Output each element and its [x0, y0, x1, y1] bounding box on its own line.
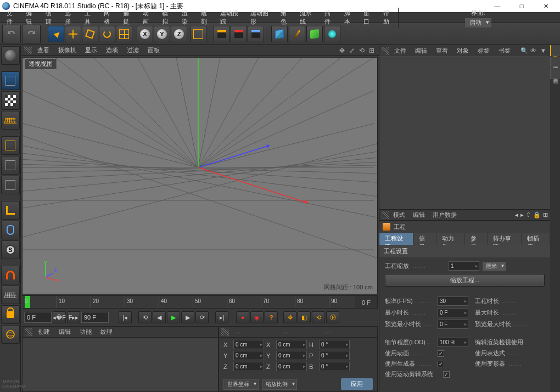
tab-project[interactable]: 工程设置: [379, 233, 413, 245]
next-key-button[interactable]: ⟳: [195, 311, 209, 323]
menu-mograph[interactable]: 运动图形: [246, 8, 276, 27]
menu-create[interactable]: 创建: [41, 8, 60, 27]
pos-y-field[interactable]: 0 cm: [233, 351, 264, 360]
attr-menu-userdata[interactable]: 用户数据: [429, 211, 461, 219]
menu-sculpt[interactable]: 雕刻: [197, 8, 216, 27]
lasttool-button[interactable]: [116, 26, 132, 42]
vp-nav2-icon[interactable]: ⤢: [348, 47, 356, 54]
pos-z-field[interactable]: 0 cm: [233, 362, 264, 371]
autokey-button[interactable]: ◉: [250, 311, 264, 323]
add-primitive-button[interactable]: [271, 26, 288, 42]
menu-track[interactable]: 运动跟踪: [216, 8, 246, 27]
obj-search-icon[interactable]: 🔍: [520, 47, 528, 55]
object-tree[interactable]: [379, 57, 550, 209]
menu-mesh[interactable]: 网格: [99, 8, 119, 27]
obj-menu-view[interactable]: 查看: [432, 47, 452, 55]
record-button[interactable]: ●: [236, 311, 249, 323]
axis-button[interactable]: [1, 201, 20, 220]
menu-snap[interactable]: 捕捉: [119, 8, 138, 27]
redo-button[interactable]: [22, 25, 41, 43]
viewport-solo-button[interactable]: S: [1, 240, 20, 259]
lod-field[interactable]: 100 %: [438, 338, 468, 347]
mintime-field[interactable]: 0 F: [438, 308, 468, 317]
menu-render[interactable]: 渲染: [177, 8, 197, 27]
undo-button[interactable]: [2, 25, 21, 43]
side-tab-object[interactable]: 对象: [550, 45, 560, 56]
range-prev-button[interactable]: ◂�F: [53, 311, 66, 323]
pos-x-field[interactable]: 0 cm: [233, 340, 264, 349]
drag-handle-icon[interactable]: [221, 328, 229, 336]
x-axis-lock[interactable]: X: [137, 26, 153, 42]
menu-plugins[interactable]: 插件: [320, 8, 339, 27]
timeline-ruler[interactable]: 0 10 20 30 40 50 60 70 80 90 0 F: [22, 295, 378, 309]
obj-eye-icon[interactable]: 👁: [530, 47, 538, 55]
obj-menu-tags[interactable]: 标签: [474, 47, 494, 55]
size-x-field[interactable]: 0 cm: [276, 340, 307, 349]
vp-menu-display[interactable]: 显示: [82, 46, 100, 54]
texture-mode-button[interactable]: [1, 91, 20, 110]
tab-todo[interactable]: 待办事项: [488, 233, 521, 245]
menu-animate[interactable]: 动画: [138, 8, 158, 27]
scale-project-button[interactable]: 缩放工程...: [385, 274, 545, 287]
key-param-button[interactable]: Ⓟ: [326, 311, 339, 323]
layout-dropdown[interactable]: 启动: [465, 18, 491, 27]
menu-edit[interactable]: 编辑: [21, 8, 41, 27]
rotate-tool[interactable]: [99, 26, 115, 42]
render-pv-button[interactable]: [231, 26, 247, 42]
mat-menu-func[interactable]: 功能: [76, 328, 95, 336]
menu-tools[interactable]: 工具: [80, 8, 99, 27]
tab-dynamics[interactable]: 动力学: [436, 233, 464, 245]
coord-mode-dropdown[interactable]: 缩放比例: [262, 379, 297, 390]
perspective-viewport[interactable]: 透视视图: [22, 57, 378, 294]
add-generator-button[interactable]: [306, 26, 323, 42]
vp-menu-view[interactable]: 查看: [34, 46, 53, 54]
vp-menu-options[interactable]: 选项: [103, 46, 121, 54]
rot-b-field[interactable]: 0 °: [319, 362, 350, 371]
add-spline-button[interactable]: [289, 26, 305, 42]
menu-select[interactable]: 选择: [60, 8, 80, 27]
add-deformer-button[interactable]: [324, 26, 340, 42]
next-frame-button[interactable]: ▶: [181, 311, 194, 323]
render-settings-button[interactable]: [248, 26, 264, 42]
workplane-grid-button[interactable]: [1, 285, 20, 304]
anim-checkbox[interactable]: ✓: [438, 350, 444, 357]
key-rot-button[interactable]: ⟲: [312, 311, 325, 323]
menu-window[interactable]: 窗口: [359, 8, 378, 27]
keyframe-help-button[interactable]: ?: [265, 311, 278, 323]
rot-p-field[interactable]: 0 °: [319, 351, 350, 360]
drag-handle-icon[interactable]: [382, 47, 389, 55]
tab-interp[interactable]: 帧插值: [522, 233, 550, 245]
rot-h-field[interactable]: 0 °: [319, 340, 350, 349]
attr-back-icon[interactable]: ◂: [515, 211, 518, 219]
side-tab-structure[interactable]: 构造: [550, 68, 560, 79]
mat-menu-edit[interactable]: 编辑: [55, 328, 74, 336]
gen-checkbox[interactable]: ✓: [438, 361, 444, 367]
z-axis-lock[interactable]: Z: [171, 26, 187, 42]
key-scale-button[interactable]: ◧: [298, 311, 311, 323]
drag-handle-icon[interactable]: [382, 211, 389, 219]
mot-checkbox[interactable]: ✓: [443, 371, 450, 378]
goto-start-button[interactable]: |◂: [119, 311, 132, 323]
scale-field[interactable]: 1: [449, 261, 479, 271]
prev-key-button[interactable]: ⟲: [138, 311, 152, 323]
attr-menu-mode[interactable]: 模式: [389, 211, 409, 219]
mat-menu-tex[interactable]: 纹理: [97, 328, 116, 336]
workplane-button[interactable]: [1, 111, 20, 130]
attr-menu-edit[interactable]: 编辑: [409, 211, 429, 219]
key-pos-button[interactable]: ✥: [283, 311, 296, 323]
menu-file[interactable]: 文件: [2, 8, 21, 27]
attr-fwd-icon[interactable]: ▸: [520, 211, 524, 219]
size-y-field[interactable]: 0 cm: [276, 351, 307, 360]
drag-handle-icon[interactable]: [24, 47, 32, 54]
obj-menu-bookmarks[interactable]: 书签: [495, 47, 514, 55]
mat-menu-create[interactable]: 创建: [35, 328, 53, 336]
coord-system-button[interactable]: [190, 26, 206, 42]
vp-menu-camera[interactable]: 摄像机: [55, 46, 80, 54]
attr-menu-icon[interactable]: ⊞: [543, 211, 548, 219]
range-next-button[interactable]: F▸▸: [67, 311, 80, 323]
menu-script[interactable]: 脚本: [340, 8, 359, 27]
point-mode-button[interactable]: [1, 136, 20, 155]
lock-workplane-button[interactable]: [1, 305, 20, 324]
apply-button[interactable]: 应用: [341, 378, 373, 390]
poly-mode-button[interactable]: [1, 176, 20, 194]
